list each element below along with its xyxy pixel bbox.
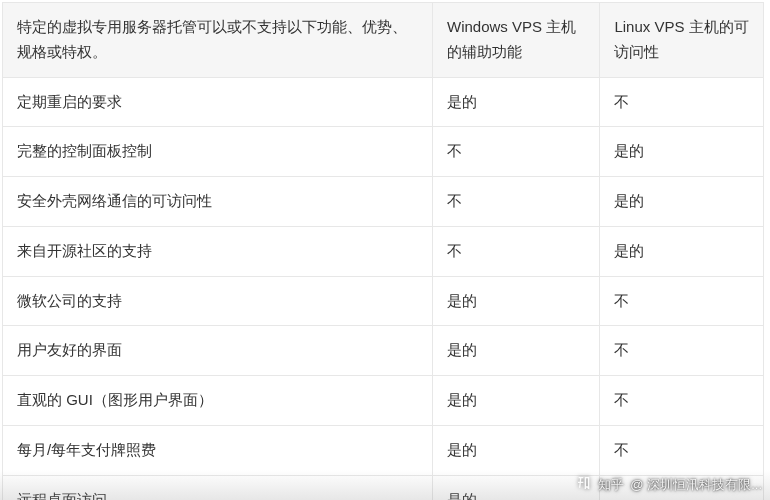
cell-feature: 用户友好的界面: [3, 326, 433, 376]
cell-linux: 不: [600, 326, 764, 376]
table-header-row: 特定的虚拟专用服务器托管可以或不支持以下功能、优势、规格或特权。 Windows…: [3, 3, 764, 78]
table-row: 定期重启的要求是的不: [3, 77, 764, 127]
table-row: 直观的 GUI（图形用户界面）是的不: [3, 376, 764, 426]
comparison-table: 特定的虚拟专用服务器托管可以或不支持以下功能、优势、规格或特权。 Windows…: [2, 2, 764, 500]
cell-windows: 是的: [432, 425, 599, 475]
cell-feature: 来自开源社区的支持: [3, 226, 433, 276]
header-feature: 特定的虚拟专用服务器托管可以或不支持以下功能、优势、规格或特权。: [3, 3, 433, 78]
cell-linux: 是的: [600, 127, 764, 177]
cell-feature: 微软公司的支持: [3, 276, 433, 326]
cell-feature: 完整的控制面板控制: [3, 127, 433, 177]
cell-linux: 不: [600, 376, 764, 426]
cell-windows: 不: [432, 177, 599, 227]
cell-feature: 远程桌面访问: [3, 475, 433, 500]
cell-windows: 是的: [432, 77, 599, 127]
cell-linux: 不: [600, 77, 764, 127]
cell-windows: 是的: [432, 276, 599, 326]
cell-feature: 定期重启的要求: [3, 77, 433, 127]
cell-feature: 每月/每年支付牌照费: [3, 425, 433, 475]
header-windows: Windows VPS 主机的辅助功能: [432, 3, 599, 78]
header-linux: Linux VPS 主机的可访问性: [600, 3, 764, 78]
cell-linux: [600, 475, 764, 500]
cell-linux: 是的: [600, 226, 764, 276]
table-row: 远程桌面访问是的: [3, 475, 764, 500]
cell-feature: 安全外壳网络通信的可访问性: [3, 177, 433, 227]
cell-windows: 是的: [432, 376, 599, 426]
table-row: 每月/每年支付牌照费是的不: [3, 425, 764, 475]
cell-feature: 直观的 GUI（图形用户界面）: [3, 376, 433, 426]
table-row: 微软公司的支持是的不: [3, 276, 764, 326]
table-row: 用户友好的界面是的不: [3, 326, 764, 376]
comparison-table-container: 特定的虚拟专用服务器托管可以或不支持以下功能、优势、规格或特权。 Windows…: [0, 0, 770, 500]
cell-linux: 是的: [600, 177, 764, 227]
cell-windows: 不: [432, 127, 599, 177]
table-row: 安全外壳网络通信的可访问性不是的: [3, 177, 764, 227]
cell-windows: 是的: [432, 475, 599, 500]
cell-linux: 不: [600, 425, 764, 475]
cell-windows: 不: [432, 226, 599, 276]
table-row: 来自开源社区的支持不是的: [3, 226, 764, 276]
table-row: 完整的控制面板控制不是的: [3, 127, 764, 177]
cell-windows: 是的: [432, 326, 599, 376]
cell-linux: 不: [600, 276, 764, 326]
